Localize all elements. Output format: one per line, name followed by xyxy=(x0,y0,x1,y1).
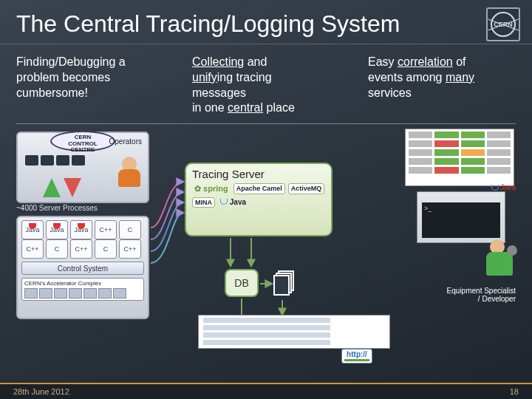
col2-line: unifying tracing xyxy=(192,70,340,86)
operator-icon xyxy=(122,157,140,187)
accelerator-complex: CERN's Accelerator Complex xyxy=(21,278,144,301)
terminal-window: >_ xyxy=(417,191,505,243)
footer-page: 18 xyxy=(510,387,519,396)
cern-badge-icon: CERN xyxy=(491,12,516,37)
intro-columns: Finding/Debugging a problem becomes cumb… xyxy=(0,44,532,120)
col3-line: events among many xyxy=(368,70,516,86)
developer-icon xyxy=(490,239,513,276)
col-correlation: Easy correlation of events among many se… xyxy=(368,55,516,116)
lang-row: Java Java Java C++ C xyxy=(18,220,148,239)
cern-logo: CERN xyxy=(486,7,520,41)
java-icon: Java xyxy=(70,220,92,239)
col1-line: problem becomes xyxy=(16,70,164,86)
db-box: DB xyxy=(225,269,259,297)
c-icon: C xyxy=(119,220,141,239)
prompt-icon: >_ xyxy=(422,202,500,214)
lang-row: C++ C C++ C C++ xyxy=(18,239,148,259)
java-icon: Java xyxy=(218,197,248,208)
diagram: CERNCONTROLCENTRE Operators ~4000 Server… xyxy=(16,129,516,365)
cpp-icon: C++ xyxy=(70,239,92,259)
log-table xyxy=(198,315,390,349)
tracing-server-box: Tracing Server spring Apache Camel Activ… xyxy=(185,163,332,236)
process-count-label: ~4000 Server Processes xyxy=(16,204,98,212)
camel-icon: Apache Camel xyxy=(233,183,285,194)
footer-date: 28th June 2012 xyxy=(13,387,69,396)
cpp-icon: C++ xyxy=(21,239,44,259)
wrench-icon xyxy=(507,245,517,256)
arrow-down-icon xyxy=(64,178,81,197)
mina-icon: MINA xyxy=(192,197,215,208)
cpp-icon: C++ xyxy=(119,239,141,259)
col2-line: messages xyxy=(192,86,340,101)
col3-line: services xyxy=(368,86,516,101)
operators-label: Operators xyxy=(109,137,142,146)
col-collecting: Collecting and unifying tracing messages… xyxy=(192,55,340,116)
accel-label: CERN's Accelerator Complex xyxy=(24,280,141,287)
monitors-icon xyxy=(25,155,85,166)
control-system-bar: Control System xyxy=(21,262,144,275)
control-centre-badge: CERNCONTROLCENTRE xyxy=(50,131,115,151)
java-icon: Java xyxy=(21,220,44,239)
col2-line: Collecting and xyxy=(192,55,340,70)
c-icon: C xyxy=(95,239,117,259)
java-icon: Java xyxy=(46,220,68,239)
col1-line: cumbersome! xyxy=(16,86,164,101)
spring-icon: spring xyxy=(192,183,231,194)
footer: 28th June 2012 18 xyxy=(0,383,532,399)
arrow-up-icon xyxy=(43,178,61,197)
developer-label: Equipment Specialist/ Developer xyxy=(447,287,516,303)
server-stack-box: Java Java Java C++ C C++ C C++ C C++ Con… xyxy=(16,216,149,319)
col3-line: Easy correlation of xyxy=(368,55,516,70)
files-icon xyxy=(273,270,294,296)
separator xyxy=(16,123,516,124)
java-logo-icon: Java xyxy=(491,183,516,191)
col2-line: in one central place xyxy=(192,100,340,116)
slide-title: The Central Tracing/Logging System xyxy=(0,0,532,44)
http-icon: http:// xyxy=(341,349,372,364)
col-problem: Finding/Debugging a problem becomes cumb… xyxy=(16,55,164,116)
activemq-icon: ActiveMQ xyxy=(288,183,325,194)
c-icon: C xyxy=(46,239,68,259)
col1-line: Finding/Debugging a xyxy=(16,55,164,70)
tracing-server-title: Tracing Server xyxy=(192,168,325,180)
control-centre-box: CERNCONTROLCENTRE Operators xyxy=(16,132,149,203)
cpp-icon: C++ xyxy=(95,220,117,239)
dashboard-window xyxy=(405,129,514,186)
